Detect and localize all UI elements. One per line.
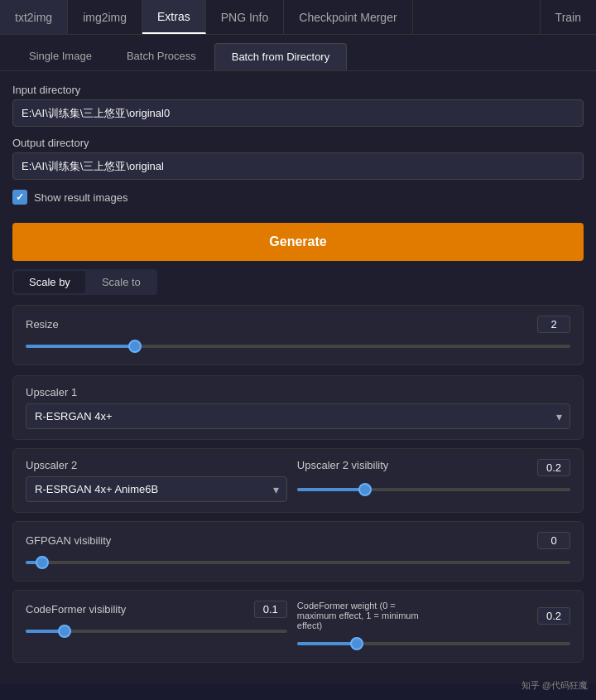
form-area: Input directory Output directory ✓ Show … [0, 71, 596, 683]
scale-to-tab[interactable]: Scale to [87, 271, 156, 293]
nav-train[interactable]: Train [540, 0, 596, 34]
upscaler2-section: Upscaler 2 R-ESRGAN 4x+ Anime6B R-ESRGAN… [12, 448, 584, 513]
main-content: Single Image Batch Process Batch from Di… [0, 35, 596, 683]
resize-section: Resize 2 [12, 305, 584, 365]
upscaler2-visibility-track [297, 488, 570, 491]
output-directory-field[interactable] [12, 152, 584, 180]
upscaler2-wrapper: R-ESRGAN 4x+ Anime6B R-ESRGAN 4x+ None ▾ [26, 476, 287, 502]
nav-img2img[interactable]: img2img [68, 0, 142, 34]
gfpgan-section: GFPGAN visibility 0 [12, 521, 584, 582]
codeformer-visibility-slider[interactable] [26, 623, 287, 640]
input-directory-field[interactable] [12, 99, 584, 127]
codeformer-section: CodeFormer visibility 0.1 CodeFormer wei… [12, 590, 584, 663]
codeformer-weight-slider[interactable] [297, 635, 570, 652]
scale-by-tab[interactable]: Scale by [14, 271, 85, 293]
upscaler2-left: Upscaler 2 R-ESRGAN 4x+ Anime6B R-ESRGAN… [26, 459, 287, 502]
gfpgan-slider[interactable] [26, 554, 570, 571]
upscaler2-right: Upscaler 2 visibility 0.2 [297, 459, 570, 502]
tab-batch-process[interactable]: Batch Process [110, 43, 213, 70]
upscaler2-select[interactable]: R-ESRGAN 4x+ Anime6B R-ESRGAN 4x+ None [26, 476, 287, 502]
nav-extras[interactable]: Extras [142, 0, 206, 34]
codeformer-visibility-col: CodeFormer visibility 0.1 [26, 601, 287, 652]
top-navigation: txt2img img2img Extras PNG Info Checkpoi… [0, 0, 596, 35]
checkmark-icon: ✓ [16, 191, 24, 203]
codeformer-weight-col: CodeFormer weight (0 = maximum effect, 1… [297, 601, 570, 652]
codeformer-two-col: CodeFormer visibility 0.1 CodeFormer wei… [26, 601, 570, 652]
sub-tabs-bar: Single Image Batch Process Batch from Di… [0, 35, 596, 71]
upscaler1-select[interactable]: R-ESRGAN 4x+ R-ESRGAN 4x+ Anime6B None L… [26, 403, 570, 429]
upscaler2-label: Upscaler 2 [26, 459, 287, 471]
show-result-images-label: Show result images [34, 191, 127, 204]
upscaler2-visibility-fill [297, 488, 366, 491]
codeformer-weight-label: CodeFormer weight (0 = maximum effect, 1… [297, 601, 421, 630]
tab-single-image[interactable]: Single Image [12, 43, 108, 70]
scale-tabs: Scale by Scale to [12, 269, 157, 295]
codeformer-visibility-track [26, 630, 287, 633]
resize-slider-container[interactable] [26, 338, 570, 355]
upscaler2-visibility-thumb[interactable] [358, 483, 372, 496]
resize-slider-track [26, 345, 570, 348]
codeformer-weight-value[interactable]: 0.2 [537, 607, 570, 625]
resize-slider-fill [26, 345, 135, 348]
upscaler2-visibility-label: Upscaler 2 visibility [297, 459, 389, 471]
codeformer-weight-fill [297, 642, 358, 645]
nav-txt2img[interactable]: txt2img [0, 0, 68, 34]
upscaler2-visibility-value[interactable]: 0.2 [537, 459, 570, 476]
codeformer-visibility-label: CodeFormer visibility [26, 603, 126, 616]
upscaler1-label: Upscaler 1 [26, 386, 570, 398]
codeformer-visibility-value[interactable]: 0.1 [254, 601, 287, 618]
gfpgan-thumb[interactable] [36, 556, 49, 569]
upscaler1-wrapper: R-ESRGAN 4x+ R-ESRGAN 4x+ Anime6B None L… [26, 403, 570, 429]
output-directory-group: Output directory [12, 137, 584, 180]
upscaler1-section: Upscaler 1 R-ESRGAN 4x+ R-ESRGAN 4x+ Ani… [12, 375, 584, 440]
codeformer-visibility-thumb[interactable] [58, 625, 71, 638]
codeformer-weight-thumb[interactable] [350, 637, 363, 650]
output-directory-label: Output directory [12, 137, 584, 149]
show-result-images-row: ✓ Show result images [12, 190, 584, 205]
gfpgan-header-row: GFPGAN visibility 0 [26, 532, 570, 549]
input-directory-label: Input directory [12, 84, 584, 96]
input-directory-group: Input directory [12, 84, 584, 127]
tab-batch-from-directory[interactable]: Batch from Directory [214, 43, 347, 70]
nav-png-info[interactable]: PNG Info [206, 0, 285, 34]
gfpgan-value[interactable]: 0 [537, 532, 570, 549]
resize-label: Resize [26, 318, 59, 331]
gfpgan-label: GFPGAN visibility [26, 534, 111, 547]
upscaler2-visibility-slider[interactable] [297, 481, 570, 498]
resize-slider-thumb[interactable] [128, 340, 142, 353]
upscaler2-two-col: Upscaler 2 R-ESRGAN 4x+ Anime6B R-ESRGAN… [26, 459, 570, 502]
resize-header-row: Resize 2 [26, 316, 570, 333]
codeformer-weight-track [297, 642, 570, 645]
gfpgan-track [26, 561, 570, 564]
show-result-images-checkbox[interactable]: ✓ [12, 190, 27, 205]
generate-button[interactable]: Generate [12, 223, 584, 261]
nav-checkpoint-merger[interactable]: Checkpoint Merger [284, 0, 412, 34]
resize-value[interactable]: 2 [537, 316, 570, 333]
